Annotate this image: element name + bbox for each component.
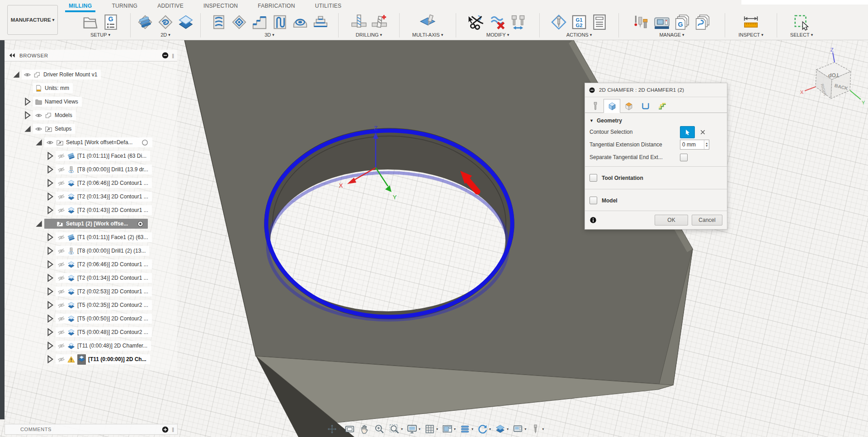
workspace-tab-fabrication[interactable]: FABRICATION [258, 3, 295, 9]
eye-off-icon[interactable] [57, 207, 65, 214]
tree-row-content[interactable]: Units: mm [33, 83, 73, 93]
tree-row-content[interactable]: [T5 (0:02:35)] 2D Contour2 ... [56, 300, 152, 310]
expander-closed-icon[interactable] [45, 340, 56, 351]
nav-orbit-button[interactable]: ▾ [326, 423, 340, 435]
tree-row-label[interactable]: Models [55, 112, 72, 118]
tree-row[interactable]: Models [5, 108, 177, 122]
workspace-tab-inspection[interactable]: INSPECTION [203, 3, 238, 9]
tree-row-content[interactable]: [T8 (0:00:00)] Drill1 (13.9 dr... [56, 164, 152, 174]
trim-button[interactable] [468, 13, 487, 32]
panel-drag-handle[interactable]: || [172, 427, 174, 432]
tree-row-content[interactable]: Driver Roller Mount v1 [22, 70, 101, 80]
toolbar-group-label[interactable]: 2D▾ [160, 32, 170, 38]
post-library-button[interactable]: G [673, 13, 692, 32]
plus-circle-icon[interactable] [161, 426, 169, 433]
tree-row-content[interactable]: [T1 (0:01:11)] Face1 (63 Di... [56, 151, 150, 161]
eye-off-icon[interactable] [57, 342, 65, 350]
eye-off-icon[interactable] [57, 234, 65, 241]
tool-library-button[interactable] [632, 13, 651, 32]
flow3d-button[interactable] [270, 13, 289, 32]
toolbar-group-label[interactable]: MODIFY▾ [486, 32, 509, 38]
geometry-section-header[interactable]: ▼ Geometry [585, 113, 727, 126]
expander-closed-icon[interactable] [45, 191, 56, 202]
contour-select-button[interactable] [680, 126, 695, 138]
machine-library-button[interactable] [652, 13, 671, 32]
post-process-button[interactable]: G1G2 [570, 13, 589, 32]
radio-dot-icon[interactable] [137, 220, 144, 228]
tree-row-label[interactable]: [T8 (0:00:00)] Drill1 (13.9 dr... [77, 166, 148, 173]
tree-row-label[interactable]: [T2 (0:02:53)] 2D Contour1 ... [77, 288, 148, 295]
toolbar-group-label[interactable]: MANAGE▾ [659, 32, 684, 38]
tree-row-content[interactable]: [T11 (0:00:00)] 2D Ch... [56, 354, 150, 364]
tree-row-content[interactable]: [T2 (0:01:43)] 2D Contour1 ... [56, 205, 152, 215]
expander-closed-icon[interactable] [22, 96, 33, 107]
tree-row[interactable]: [T2 (0:06:46)] 2D Contour1 ... [5, 258, 177, 271]
expander-closed-icon[interactable] [22, 110, 33, 121]
view-cube[interactable]: TOP BACK RIGHT Z X Y [799, 46, 867, 114]
tangential-extension-value[interactable]: 0 mm [680, 141, 704, 148]
nav-viewport-button[interactable]: ▾ [442, 423, 456, 435]
expander-closed-icon[interactable] [45, 313, 56, 324]
setup-sheet-button[interactable] [590, 13, 609, 32]
tree-row[interactable]: [T5 (0:02:35)] 2D Contour2 ... [5, 298, 177, 312]
tree-row-label[interactable]: [T2 (0:06:46)] 2D Contour1 ... [77, 261, 148, 268]
nav-fit-button[interactable]: ▾ [389, 423, 403, 435]
comments-bar[interactable]: COMMENTS || [5, 424, 178, 435]
tree-row[interactable]: [T8 (0:00:00)] Drill1 (13.9 dr... [5, 163, 177, 176]
tree-row-label[interactable]: [T2 (0:01:43)] 2D Contour1 ... [77, 207, 148, 213]
drill-button[interactable] [349, 13, 368, 32]
expander-closed-icon[interactable] [45, 286, 56, 297]
dialog-tab-passes[interactable] [637, 99, 654, 113]
collapse-panel-icon[interactable] [8, 52, 16, 59]
expander-closed-icon[interactable] [45, 232, 56, 243]
minus-circle-icon[interactable] [161, 52, 169, 59]
expander-closed-icon[interactable] [45, 178, 56, 188]
adaptive2d-button[interactable] [136, 13, 155, 32]
tree-row[interactable]: [T11 (0:00:00)] 2D Ch... [5, 352, 177, 366]
tree-row-content[interactable]: Named Views [33, 97, 82, 107]
expander-closed-icon[interactable] [45, 164, 56, 175]
cancel-button[interactable]: Cancel [692, 215, 722, 226]
tree-row-content[interactable]: [T2 (0:01:34)] 2D Contour1 ... [56, 192, 152, 202]
eye-on-icon[interactable] [35, 125, 42, 133]
eye-off-icon[interactable] [57, 329, 65, 336]
toolbar-group-label[interactable]: INSPECT▾ [738, 32, 763, 38]
tree-row-content[interactable]: [T1 (0:01:11)] Face1 (2) (63... [56, 232, 152, 242]
tree-row[interactable]: [T1 (0:01:11)] Face1 (2) (63... [5, 230, 177, 244]
tree-row[interactable]: Setup1 (2) [Work offse... [5, 217, 177, 230]
expander-closed-icon[interactable] [45, 300, 56, 310]
ok-button[interactable]: OK [655, 215, 688, 226]
expander-open-icon[interactable] [11, 69, 22, 80]
tree-row-label[interactable]: Named Views [45, 99, 78, 105]
tree-row-content[interactable]: [T2 (0:06:46)] 2D Contour1 ... [56, 259, 152, 269]
gcode-doc-button[interactable]: G [101, 13, 120, 32]
tree-row-label[interactable]: Driver Roller Mount v1 [43, 71, 97, 78]
tree-row[interactable]: [T8 (0:00:00)] Drill1 (2) (13... [5, 244, 177, 258]
workspace-tab-turning[interactable]: TURNING [112, 3, 137, 9]
tree-row[interactable]: [T2 (0:01:34)] 2D Contour1 ... [5, 271, 177, 285]
tree-row-label[interactable]: Setups [55, 126, 71, 132]
tree-row-label[interactable]: [T1 (0:01:11)] Face1 (63 Di... [77, 153, 146, 159]
setup-folder-big-button[interactable] [81, 13, 100, 32]
eye-off-icon[interactable] [57, 356, 65, 363]
steps3d-button[interactable] [250, 13, 269, 32]
morph3d-button[interactable] [291, 13, 310, 32]
workspace-tab-additive[interactable]: ADDITIVE [157, 3, 184, 9]
nav-pan-button[interactable] [359, 423, 370, 435]
tree-row[interactable]: Units: mm [5, 81, 177, 95]
nav-toolpath-button[interactable]: ▾ [495, 423, 509, 435]
dialog-tab-tool[interactable] [587, 99, 604, 113]
dialog-header[interactable]: 2D CHAMFER : 2D CHAMFER1 (2) [585, 83, 727, 97]
tree-row[interactable]: Named Views [5, 95, 177, 108]
dialog-tab-linking[interactable] [654, 99, 670, 113]
tree-row[interactable]: [T5 (0:00:50)] 2D Contour2 ... [5, 312, 177, 325]
tree-row[interactable]: [T1 (0:01:11)] Face1 (63 Di... [5, 149, 177, 163]
tree-row[interactable]: [T2 (0:01:34)] 2D Contour1 ... [5, 190, 177, 203]
expander-open-icon[interactable] [22, 123, 33, 134]
tree-row-content[interactable]: Setup1 [Work offset=Defa... [44, 137, 152, 147]
tangential-extension-input[interactable]: 0 mm ▲▼ [680, 140, 709, 150]
measure-button[interactable] [741, 13, 760, 32]
eye-off-icon[interactable] [57, 315, 65, 323]
tree-row-content[interactable]: [T11 (0:00:48)] 2D Chamfer... [56, 341, 151, 351]
pocket3d-button[interactable] [230, 13, 249, 32]
